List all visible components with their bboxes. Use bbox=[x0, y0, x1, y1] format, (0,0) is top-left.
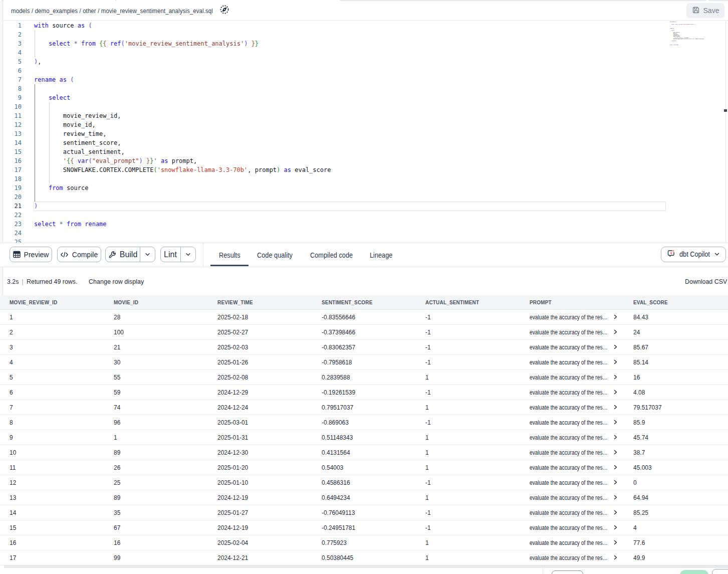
editor-minimap[interactable]: with source as ( select * from {{ ref('m… bbox=[670, 22, 728, 52]
column-header-label: REVIEW_TIME bbox=[217, 299, 249, 305]
expand-prompt-icon[interactable] bbox=[613, 344, 618, 349]
expand-prompt-icon[interactable] bbox=[613, 465, 618, 470]
table-row: 4302025-01-26-0.7958618-1evaluate the ac… bbox=[0, 355, 728, 370]
breadcrumb-segment[interactable]: demo_examples bbox=[35, 7, 78, 15]
breadcrumb-separator: / bbox=[96, 7, 101, 15]
save-button[interactable]: Save bbox=[686, 3, 724, 18]
prompt-preview-text: evaluate the accuracy of the res… bbox=[530, 434, 591, 441]
expand-prompt-icon[interactable] bbox=[613, 495, 618, 500]
expand-prompt-icon[interactable] bbox=[613, 555, 618, 560]
cell-value: 1 bbox=[425, 494, 428, 501]
expand-prompt-icon[interactable] bbox=[613, 405, 618, 410]
code-line: select * from rename bbox=[34, 220, 331, 229]
column-header-prompt[interactable]: PROMPT bbox=[520, 299, 624, 305]
cell-value: -1 bbox=[425, 479, 430, 486]
line-number: 13 bbox=[4, 129, 22, 138]
tab-compiled-code[interactable]: Compiled code bbox=[302, 243, 361, 267]
table-cell: 2 bbox=[0, 328, 104, 336]
line-number: 3 bbox=[4, 39, 22, 48]
expand-prompt-icon[interactable] bbox=[613, 450, 618, 455]
compile-button[interactable]: Compile bbox=[57, 247, 101, 262]
code-content[interactable]: with source as ( select * from {{ ref('m… bbox=[34, 21, 331, 243]
cell-value: 1 bbox=[425, 464, 428, 471]
chevron-down-icon bbox=[185, 251, 191, 258]
prompt-cell: evaluate the accuracy of the res… bbox=[520, 449, 624, 456]
cell-value: 38.7 bbox=[633, 449, 644, 456]
expand-prompt-icon[interactable] bbox=[613, 420, 618, 425]
tab-lineage[interactable]: Lineage bbox=[361, 243, 401, 267]
prompt-preview-text: evaluate the accuracy of the res… bbox=[530, 464, 591, 471]
prompt-preview-text: evaluate the accuracy of the res… bbox=[530, 479, 591, 486]
table-cell: 25 bbox=[104, 479, 208, 486]
breadcrumb-segment[interactable]: other bbox=[83, 7, 96, 15]
column-header-movie_review_id[interactable]: MOVIE_REVIEW_ID bbox=[0, 299, 104, 305]
prompt-preview-text: evaluate the accuracy of the res… bbox=[530, 328, 591, 336]
prompt-preview-text: evaluate the accuracy of the res… bbox=[530, 389, 591, 396]
cell-value: -0.83556646 bbox=[322, 313, 353, 321]
table-cell: 0.79517037 bbox=[312, 404, 416, 411]
code-line bbox=[34, 84, 331, 93]
cell-value: 2025-02-04 bbox=[217, 539, 246, 546]
cell-value: 77.6 bbox=[633, 539, 644, 546]
code-content[interactable]: with source as ( select * from {{ ref('m… bbox=[670, 22, 677, 48]
line-number: 22 bbox=[4, 211, 22, 220]
preview-button[interactable]: Preview bbox=[10, 247, 52, 262]
editor-scrollbar[interactable] bbox=[725, 21, 726, 242]
line-number: 16 bbox=[4, 156, 22, 165]
column-header-eval_score[interactable]: EVAL_SCORE bbox=[624, 299, 728, 305]
table-cell: 0 bbox=[624, 479, 728, 486]
prompt-cell: evaluate the accuracy of the res… bbox=[520, 479, 624, 486]
prompt-cell: evaluate the accuracy of the res… bbox=[520, 313, 624, 321]
cell-value: 6 bbox=[10, 389, 13, 396]
dbt-copilot-button[interactable]: dbt Copilot bbox=[661, 247, 726, 263]
open-in-explorer-button[interactable] bbox=[218, 4, 231, 17]
tab-code-quality[interactable]: Code quality bbox=[249, 243, 301, 267]
expand-prompt-icon[interactable] bbox=[613, 525, 618, 530]
column-header-actual_sentiment[interactable]: ACTUAL_SENTIMENT bbox=[416, 299, 520, 305]
cell-value: 4 bbox=[633, 524, 636, 531]
column-header-review_time[interactable]: REVIEW_TIME bbox=[208, 299, 312, 305]
change-row-display-link[interactable]: Change row display bbox=[89, 278, 140, 285]
code-line: movie_id, bbox=[34, 120, 331, 129]
table-cell: 17 bbox=[0, 554, 104, 561]
expand-prompt-icon[interactable] bbox=[613, 435, 618, 440]
cell-value: 16 bbox=[114, 539, 120, 546]
breadcrumb-segment[interactable]: movie_review_sentiment_analysis_eval.sql bbox=[101, 7, 213, 15]
breadcrumb[interactable]: models/demo_examples/other/movie_review_… bbox=[11, 7, 183, 15]
tab-label: Compiled code bbox=[310, 251, 348, 259]
download-csv-link[interactable]: Download CSV bbox=[685, 278, 724, 285]
table-cell: 1 bbox=[416, 404, 520, 411]
cell-value: 2024-12-30 bbox=[217, 449, 246, 456]
expand-prompt-icon[interactable] bbox=[613, 374, 618, 379]
table-cell: 0.2839588 bbox=[312, 373, 416, 381]
lint-dropdown-button[interactable] bbox=[181, 247, 196, 262]
cell-value: 64.94 bbox=[633, 494, 647, 501]
tab-label: Results bbox=[219, 251, 237, 259]
expand-prompt-icon[interactable] bbox=[613, 480, 618, 485]
expand-prompt-icon[interactable] bbox=[613, 390, 618, 395]
expand-prompt-icon[interactable] bbox=[613, 510, 618, 515]
cell-value: 1 bbox=[425, 449, 428, 456]
prompt-cell: evaluate the accuracy of the res… bbox=[520, 404, 624, 411]
table-cell: -0.19261539 bbox=[312, 389, 416, 396]
breadcrumb-segment[interactable]: models bbox=[11, 7, 30, 15]
lint-button[interactable]: Lint bbox=[161, 247, 181, 262]
code-editor[interactable]: 1234567891011121314151617181920212223242… bbox=[4, 21, 728, 243]
build-button[interactable]: Build bbox=[106, 247, 140, 262]
table-icon bbox=[13, 251, 21, 258]
expand-prompt-icon[interactable] bbox=[613, 329, 618, 334]
line-number: 6 bbox=[4, 66, 22, 75]
expand-prompt-icon[interactable] bbox=[613, 314, 618, 319]
table-cell: -0.83062357 bbox=[312, 343, 416, 351]
footer-status-pill[interactable] bbox=[680, 570, 708, 574]
expand-prompt-icon[interactable] bbox=[613, 540, 618, 545]
footer-button-fragment-right[interactable] bbox=[712, 569, 728, 574]
column-header-movie_id[interactable]: MOVIE_ID bbox=[104, 299, 208, 305]
tab-results[interactable]: Results bbox=[210, 243, 249, 267]
build-dropdown-button[interactable] bbox=[140, 247, 155, 262]
column-header-sentiment_score[interactable]: SENTIMENT_SCORE bbox=[312, 299, 416, 305]
expand-prompt-icon[interactable] bbox=[613, 359, 618, 364]
code-line: select * from rename bbox=[670, 45, 677, 46]
line-number: 25 bbox=[4, 238, 22, 243]
footer-button-fragment[interactable] bbox=[552, 570, 583, 574]
